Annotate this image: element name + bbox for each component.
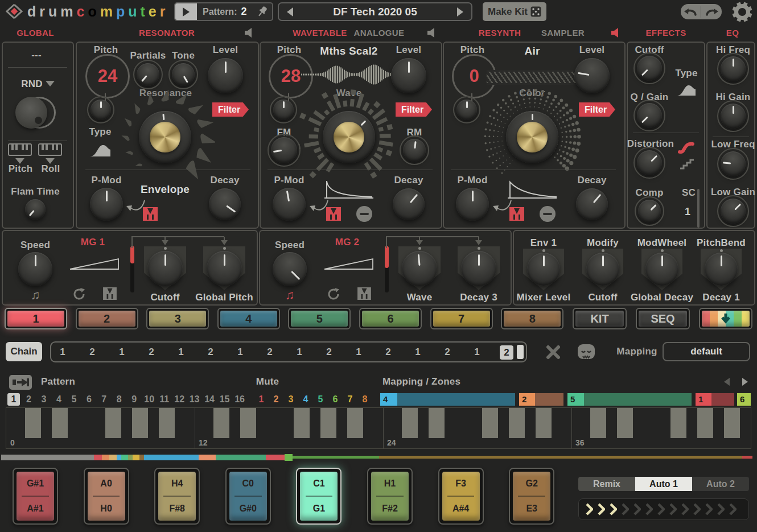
mg2-dest1-knob[interactable] [402, 251, 437, 286]
global-value[interactable]: --- [31, 50, 42, 61]
distortion-knob[interactable] [637, 150, 662, 175]
drum-pad-G2[interactable]: G2E3 [509, 468, 554, 525]
zone-chip-6[interactable]: 6 [737, 393, 751, 406]
preset-prev-icon[interactable] [287, 7, 293, 17]
roll-keyboard-icon[interactable] [38, 143, 62, 156]
rm-knob[interactable] [403, 139, 426, 162]
remix-chevron-2[interactable] [598, 502, 605, 516]
pad-button-4[interactable]: 4 [217, 308, 280, 329]
chain-sequence[interactable]: 1212121212121212 [50, 341, 527, 362]
mg1-dest2-knob[interactable] [207, 251, 242, 286]
chain-step-15[interactable]: 1 [470, 347, 484, 358]
mute-button-5[interactable]: 5 [314, 393, 327, 406]
pattern-step-14[interactable]: 14 [203, 393, 216, 406]
wavetable-speaker-icon[interactable] [426, 28, 438, 38]
remix-chevron-1[interactable] [586, 502, 593, 516]
mute-button-6[interactable]: 6 [329, 393, 342, 406]
pattern-step-13[interactable]: 13 [188, 393, 201, 406]
remix-chevron-9[interactable] [681, 502, 689, 516]
resynth-speaker-icon[interactable] [610, 28, 622, 38]
macro3-knob[interactable] [645, 253, 678, 286]
mg1-loop-icon[interactable] [72, 287, 86, 301]
wave-knob[interactable] [323, 111, 375, 163]
zone-bar-1[interactable] [711, 393, 734, 406]
mg1-mod-icon[interactable] [103, 287, 117, 300]
drum-pad-A0[interactable]: A0H0 [84, 468, 129, 525]
chain-end-handle[interactable] [517, 345, 524, 359]
remix-chevron-6[interactable] [645, 502, 653, 516]
resynth-filter-tag[interactable]: Filter [579, 102, 615, 117]
tab-sampler[interactable]: SAMPLER [541, 28, 585, 38]
pattern-step-7[interactable]: 7 [98, 393, 110, 406]
remix-amount-bar[interactable] [578, 498, 749, 520]
mg1-sync-note-icon[interactable]: ♫ [31, 288, 40, 303]
zone-bar-4[interactable] [397, 393, 515, 406]
chain-step-13[interactable]: 1 [411, 347, 425, 358]
drum-pad-C1[interactable]: C1G1 [296, 468, 342, 525]
mute-button-2[interactable]: 2 [270, 393, 282, 406]
chain-step-7[interactable]: 1 [233, 347, 247, 358]
gear-icon[interactable] [731, 1, 754, 23]
chain-step-4[interactable]: 2 [145, 347, 158, 358]
black-key[interactable] [590, 408, 606, 438]
wavetable-display[interactable] [301, 63, 397, 86]
sc-slider[interactable] [697, 189, 700, 228]
mg2-speed-knob[interactable] [273, 252, 307, 286]
partials-knob[interactable] [137, 63, 159, 86]
drum-pad-F3[interactable]: F3A#4 [438, 468, 484, 525]
black-key[interactable] [724, 408, 740, 438]
rnd-dropdown-icon[interactable] [46, 81, 55, 86]
pattern-step-3[interactable]: 3 [38, 393, 50, 406]
pad-button-1[interactable]: 1 [5, 308, 67, 329]
black-key[interactable] [482, 408, 498, 438]
chain-step-11[interactable]: 1 [352, 347, 365, 358]
black-key[interactable] [25, 408, 41, 438]
mode-button-auto-1[interactable]: Auto 1 [635, 477, 692, 491]
wavetable-pitch-fine-knob[interactable] [273, 100, 294, 120]
clear-chain-icon[interactable] [546, 345, 561, 360]
low-gain-knob[interactable] [721, 199, 746, 224]
chain-step-5[interactable]: 1 [174, 347, 188, 358]
chain-step-6[interactable]: 2 [204, 347, 217, 358]
tab-eq[interactable]: EQ [726, 28, 739, 38]
resonator-mod-source-icon[interactable] [143, 207, 158, 221]
chain-step-1[interactable]: 1 [56, 347, 69, 358]
drum-pad-H1[interactable]: H1F#2 [367, 468, 413, 525]
mapping-select[interactable]: default [663, 342, 750, 361]
remix-chevron-8[interactable] [669, 502, 677, 516]
preset-next-icon[interactable] [457, 7, 463, 17]
pattern-step-11[interactable]: 11 [158, 393, 171, 406]
pitch-keyboard-icon[interactable] [8, 143, 32, 156]
mute-button-7[interactable]: 7 [344, 393, 356, 406]
tab-resonator[interactable]: RESONATOR [139, 28, 195, 38]
chain-button[interactable]: Chain [6, 342, 42, 361]
pattern-step-10[interactable]: 10 [143, 393, 155, 406]
pad-button-8[interactable]: 8 [501, 308, 563, 329]
resonator-speaker-icon[interactable] [244, 28, 255, 38]
zones-prev-icon[interactable] [724, 378, 730, 386]
mute-button-3[interactable]: 3 [285, 393, 297, 406]
saturation-icon[interactable] [678, 141, 695, 155]
remix-chevron-13[interactable] [729, 502, 737, 516]
mg1-dest1-knob[interactable] [147, 251, 183, 286]
pattern-step-8[interactable]: 8 [113, 393, 125, 406]
mute-button-8[interactable]: 8 [359, 393, 371, 406]
black-key[interactable] [240, 408, 256, 438]
black-key[interactable] [429, 408, 445, 438]
black-key[interactable] [132, 408, 148, 438]
resynth-pitch-fine-knob[interactable] [456, 100, 477, 120]
drum-pad-G#1[interactable]: G#1A#1 [13, 468, 58, 525]
zone-chip-2[interactable]: 2 [519, 393, 535, 406]
remix-chevron-5[interactable] [633, 502, 641, 516]
black-key[interactable] [105, 408, 121, 438]
mg1-speed-knob[interactable] [18, 252, 52, 286]
remix-chevron-12[interactable] [717, 502, 725, 516]
chain-step-12[interactable]: 2 [381, 347, 395, 358]
pad-button-5[interactable]: 5 [288, 308, 351, 329]
black-key[interactable] [402, 408, 418, 438]
flam-time-knob[interactable] [25, 199, 46, 220]
wavetable-filter-tag[interactable]: Filter [396, 102, 432, 117]
resynth-decay-knob[interactable] [576, 188, 608, 220]
wavetable-minus-button[interactable] [356, 206, 372, 222]
resonator-decay-knob[interactable] [209, 188, 241, 220]
